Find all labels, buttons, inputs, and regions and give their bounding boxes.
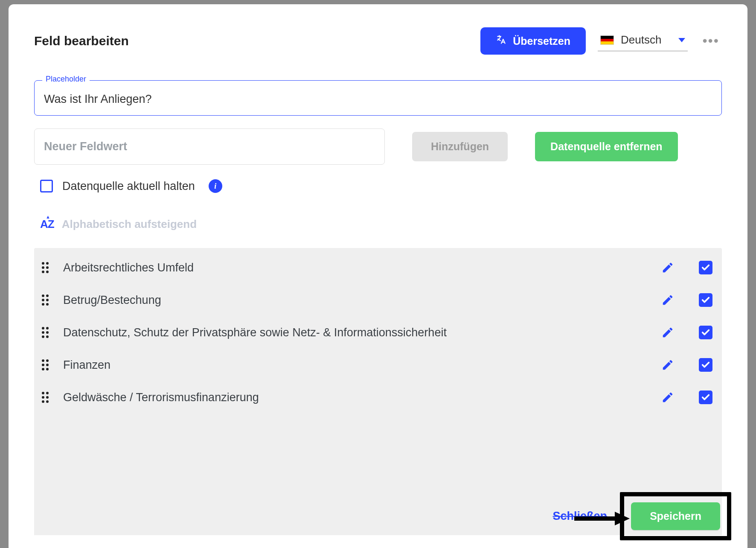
drag-handle-icon[interactable] [42,359,49,370]
chevron-down-icon [678,38,685,42]
option-checkbox[interactable] [699,391,712,404]
list-item: Datenschutz, Schutz der Privatsphäre sow… [34,316,722,349]
placeholder-field: Placeholder [34,80,722,116]
close-button[interactable]: Schließen [553,510,609,523]
drag-handle-icon[interactable] [42,327,49,338]
edit-field-modal: Feld bearbeiten Übersetzen Deutsch ••• P… [9,4,747,548]
save-highlight-annotation: Speichern [620,492,731,540]
sort-label: Alphabetisch aufsteigend [62,218,197,231]
option-checkbox[interactable] [699,326,712,339]
option-label: Geldwäsche / Terrorismusfinanzierung [63,391,647,404]
info-icon[interactable]: i [209,179,222,193]
keep-current-label: Datenquelle aktuell halten [62,180,195,193]
keep-current-checkbox[interactable] [40,180,53,192]
list-item: Geldwäsche / Terrorismusfinanzierung [34,381,722,414]
new-value-input[interactable] [44,140,375,153]
sort-az-icon: A▲Z [40,218,54,231]
new-value-field [34,128,385,165]
list-item: Arbeitsrechtliches Umfeld [34,251,722,284]
sort-button[interactable]: A▲Z Alphabetisch aufsteigend [34,218,722,231]
keep-current-row: Datenquelle aktuell halten i [34,179,722,193]
option-label: Betrug/Bestechung [63,294,647,307]
translate-button-label: Übersetzen [513,35,570,47]
placeholder-legend: Placeholder [42,75,90,84]
header-controls: Übersetzen Deutsch ••• [480,27,722,55]
option-checkbox[interactable] [699,261,712,274]
list-item: Betrug/Bestechung [34,284,722,316]
edit-icon[interactable] [661,391,674,404]
option-label: Datenschutz, Schutz der Privatsphäre sow… [63,326,647,339]
translate-icon [496,34,507,48]
language-label: Deutsch [621,33,661,47]
add-button[interactable]: Hinzufügen [412,132,508,161]
modal-header: Feld bearbeiten Übersetzen Deutsch ••• [34,27,722,55]
drag-handle-icon[interactable] [42,294,49,306]
modal-title: Feld bearbeiten [34,34,129,48]
edit-icon[interactable] [661,261,674,274]
option-checkbox[interactable] [699,293,712,307]
option-checkbox[interactable] [699,358,712,372]
more-menu-button[interactable]: ••• [700,37,722,45]
translate-button[interactable]: Übersetzen [480,27,586,55]
option-label: Finanzen [63,359,647,372]
edit-icon[interactable] [661,326,674,339]
new-value-row: Hinzufügen Datenquelle entfernen [34,128,722,165]
close-button-label: Schließen [553,510,608,522]
edit-icon[interactable] [661,294,674,306]
drag-handle-icon[interactable] [42,392,49,403]
language-select[interactable]: Deutsch [598,31,688,51]
remove-datasource-button[interactable]: Datenquelle entfernen [535,132,678,161]
save-button[interactable]: Speichern [631,502,720,530]
placeholder-input[interactable] [44,93,712,106]
option-label: Arbeitsrechtliches Umfeld [63,261,647,274]
list-item: Finanzen [34,349,722,381]
edit-icon[interactable] [661,359,674,371]
drag-handle-icon[interactable] [42,262,49,273]
modal-footer: Schließen Speichern [553,492,731,540]
flag-de-icon [600,35,614,45]
